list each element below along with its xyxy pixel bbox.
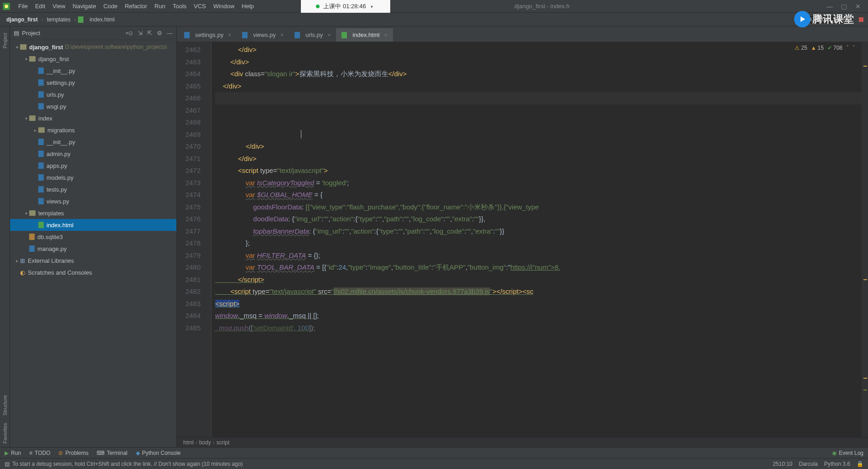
tree-item[interactable]: ▸migrations <box>10 124 176 136</box>
typo-count: 708 <box>833 45 842 51</box>
navbar: django_first › templates › index.html ◆ … <box>0 13 868 26</box>
tool-problems[interactable]: ⊘Problems <box>58 450 88 456</box>
tree-item[interactable]: urls.py <box>10 89 176 100</box>
html-file-icon <box>341 32 347 38</box>
menu-edit[interactable]: Edit <box>31 1 49 11</box>
fold-column[interactable] <box>205 42 212 437</box>
tool-run[interactable]: ▶Run <box>5 450 21 456</box>
menu-view[interactable]: View <box>49 1 69 11</box>
menu-tools[interactable]: Tools <box>169 1 190 11</box>
tool-todo[interactable]: ≡TODO <box>29 450 50 456</box>
tree-item[interactable]: apps.py <box>10 160 176 172</box>
tool-terminal[interactable]: ⌨Terminal <box>97 450 127 456</box>
caret-position[interactable]: 2510:10 <box>773 461 792 467</box>
color-scheme[interactable]: Darcula <box>799 461 817 467</box>
collapse-icon[interactable]: ⇱ <box>147 30 152 36</box>
hide-icon[interactable]: — <box>167 30 173 36</box>
crumb-folder[interactable]: templates <box>45 16 72 23</box>
tree-item[interactable]: views.py <box>10 195 176 207</box>
code-area[interactable]: ⚠25 ▲15 ✔708 ˄ ˅ 2462 2463 2464 2465 246… <box>177 42 868 437</box>
editor-tab[interactable]: urls.py× <box>289 28 336 42</box>
py-file-icon <box>29 245 35 252</box>
gear-icon[interactable]: ⚙ <box>157 30 162 36</box>
tool-python-console[interactable]: ◆Python Console <box>136 450 181 456</box>
chevron-icon[interactable]: ▾ <box>23 116 29 121</box>
svg-point-1 <box>5 5 8 8</box>
crumb-file[interactable]: index.html <box>88 16 117 23</box>
tree-item[interactable]: manage.py <box>10 243 176 255</box>
close-icon[interactable]: ✕ <box>855 3 861 10</box>
tree-item[interactable]: __init__.py <box>10 136 176 148</box>
tree-item[interactable]: tests.py <box>10 183 176 195</box>
project-combo-icon[interactable]: ▤ <box>14 30 19 36</box>
tool-project[interactable]: Project <box>2 33 8 48</box>
crumb[interactable]: html <box>183 439 194 446</box>
play-circle-icon <box>794 11 811 27</box>
tree-item[interactable]: ▾django_first <box>10 53 176 65</box>
close-tab-icon[interactable]: × <box>384 32 388 38</box>
menu-navigate[interactable]: Navigate <box>69 1 99 11</box>
chevron-icon[interactable]: ▸ <box>32 128 38 133</box>
locate-icon[interactable]: ⊙ <box>128 30 133 36</box>
tree-label: settings.py <box>46 79 75 86</box>
chevron-up-icon[interactable]: ˄ <box>846 45 849 51</box>
tree-item[interactable]: db.sqlite3 <box>10 231 176 243</box>
close-tab-icon[interactable]: × <box>280 32 284 38</box>
chevron-down-icon[interactable]: ▾ <box>14 45 20 50</box>
editor-tab[interactable]: index.html× <box>336 28 393 42</box>
code-content[interactable]: </div> </div> <div class="slogan ir">探索黑… <box>212 42 868 437</box>
tree-item[interactable]: index.html <box>10 219 176 231</box>
editor-tab[interactable]: views.py× <box>237 28 289 42</box>
project-tree[interactable]: ▾ django_first D:\development software\p… <box>10 40 176 447</box>
project-title[interactable]: Project <box>22 30 124 36</box>
menu-refactor[interactable]: Refactor <box>121 1 151 11</box>
stop-icon[interactable] <box>859 17 863 22</box>
tool-structure[interactable]: Structure <box>2 395 8 416</box>
tree-item[interactable]: admin.py <box>10 148 176 160</box>
typo-icon: ✔ <box>827 45 832 51</box>
crumb[interactable]: script <box>217 439 230 446</box>
minimize-icon[interactable]: — <box>827 3 833 10</box>
menu-run[interactable]: Run <box>151 1 169 11</box>
close-tab-icon[interactable]: × <box>327 32 331 38</box>
external-libraries[interactable]: ▸ ⊞ External Libraries <box>10 255 176 266</box>
tree-root[interactable]: ▾ django_first D:\development software\p… <box>10 41 176 53</box>
maximize-icon[interactable]: ▢ <box>841 3 847 10</box>
event-log[interactable]: ◉Event Log <box>832 450 863 456</box>
menu-help[interactable]: Help <box>238 1 258 11</box>
tree-item[interactable]: ▾templates <box>10 207 176 219</box>
tree-item[interactable]: models.py <box>10 172 176 183</box>
window-controls: — ▢ ✕ <box>827 3 861 10</box>
chevron-down-icon[interactable]: ▾ <box>369 4 375 9</box>
chevron-right-icon[interactable]: ▸ <box>14 258 20 263</box>
menu-file[interactable]: File <box>15 1 31 11</box>
tool-favorites[interactable]: Favorites <box>2 423 8 443</box>
scratches-consoles[interactable]: ◐ Scratches and Consoles <box>10 266 176 278</box>
recording-overlay: 上课中 01:28:46 ▾ <box>301 0 390 13</box>
menu-vcs[interactable]: VCS <box>190 1 210 11</box>
info-icon: ▤ <box>5 461 10 467</box>
expand-icon[interactable]: ⇲ <box>138 30 143 36</box>
tree-item[interactable]: settings.py <box>10 77 176 89</box>
tree-item[interactable]: ▾index <box>10 112 176 124</box>
chevron-icon[interactable]: ▾ <box>23 211 29 216</box>
crumb[interactable]: body <box>199 439 211 446</box>
chevron-icon[interactable]: ▾ <box>23 57 29 62</box>
svg-marker-2 <box>801 16 805 22</box>
chevron-down-icon[interactable]: ˅ <box>852 45 855 51</box>
project-header: ▤ Project ▾ ⊙ ⇲ ⇱ ⚙ — <box>10 26 176 40</box>
crumb-project[interactable]: django_first <box>5 16 40 23</box>
editor-tab[interactable]: settings.py× <box>179 28 237 42</box>
lock-icon[interactable]: 🔒 <box>857 461 863 467</box>
tree-item[interactable]: __init__.py <box>10 65 176 77</box>
python-interpreter[interactable]: Python 3.6 <box>824 461 850 467</box>
menu-code[interactable]: Code <box>100 1 121 11</box>
left-tool-strip: Project Structure Favorites <box>0 26 10 447</box>
weak-warn-count: 15 <box>818 45 824 51</box>
close-tab-icon[interactable]: × <box>228 32 231 38</box>
tree-label: Scratches and Consoles <box>28 269 92 276</box>
tree-item[interactable]: wsgi.py <box>10 100 176 112</box>
error-stripe[interactable] <box>862 42 868 437</box>
menu-window[interactable]: Window <box>210 1 238 11</box>
terminal-icon: ⌨ <box>97 450 104 456</box>
